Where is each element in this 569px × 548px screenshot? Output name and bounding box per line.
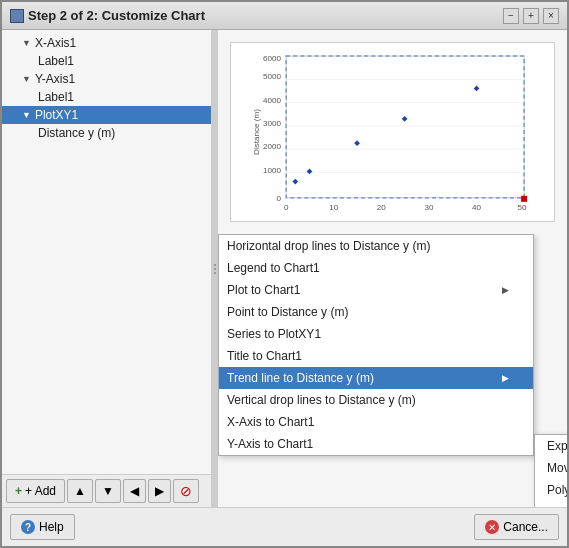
down-arrow-icon: ▼	[102, 484, 114, 498]
menu-item-label: Legend to Chart1	[227, 261, 320, 275]
svg-text:10: 10	[329, 203, 339, 212]
svg-rect-27	[521, 196, 527, 202]
up-arrow-icon: ▲	[74, 484, 86, 498]
delete-icon: ⊘	[180, 483, 192, 499]
tree-label: X-Axis1	[35, 36, 76, 50]
menu-item-trendline[interactable]: Trend line to Distance y (m) ▶	[219, 367, 533, 389]
svg-rect-0	[286, 56, 524, 198]
chart-container: 0 1000 2000 3000 4000 5000 6000 Distance…	[218, 30, 567, 234]
window-title: Step 2 of 2: Customize Chart	[28, 8, 205, 23]
tree-item-distance[interactable]: Distance y (m)	[2, 124, 211, 142]
menu-item-label: X-Axis to Chart1	[227, 415, 314, 429]
tree-item-plotxy1[interactable]: ▼ PlotXY1	[2, 106, 211, 124]
right-arrow-icon: ▶	[155, 484, 164, 498]
submenu-item-exp-smooth[interactable]: Exponentially smoothed curve	[535, 435, 567, 457]
resize-dot	[214, 264, 216, 266]
title-bar: Step 2 of 2: Customize Chart − + ×	[2, 2, 567, 30]
tree-toolbar: + + Add ▲ ▼ ◀ ▶ ⊘	[2, 474, 211, 507]
menu-item-label: Plot to Chart1	[227, 283, 300, 297]
help-icon: ?	[21, 520, 35, 534]
submenu-arrow-icon: ▶	[502, 373, 509, 383]
menu-item-label: Series to PlotXY1	[227, 327, 321, 341]
resize-dot	[214, 268, 216, 270]
tree-item-yaxis1[interactable]: ▼ Y-Axis1	[2, 70, 211, 88]
tree-item-label1-y[interactable]: Label1	[2, 88, 211, 106]
tree-item-label1-x[interactable]: Label1	[2, 52, 211, 70]
tree-area: ▼ X-Axis1 Label1 ▼ Y-Axis1 Label1 ▼ Plot…	[2, 30, 211, 474]
menu-item-plot[interactable]: Plot to Chart1 ▶	[219, 279, 533, 301]
help-button[interactable]: ? Help	[10, 514, 75, 540]
main-context-menu: Horizontal drop lines to Distance y (m) …	[218, 234, 534, 456]
chart-area: 0 1000 2000 3000 4000 5000 6000 Distance…	[230, 42, 555, 222]
add-label: + Add	[25, 484, 56, 498]
menu-item-label: Point to Distance y (m)	[227, 305, 348, 319]
left-arrow-icon: ◀	[130, 484, 139, 498]
tree-label: Label1	[38, 54, 74, 68]
svg-text:6000: 6000	[263, 54, 282, 63]
move-down-button[interactable]: ▼	[95, 479, 121, 503]
submenu-item-label: Polynomial	[547, 483, 567, 497]
menu-item-legend[interactable]: Legend to Chart1	[219, 257, 533, 279]
add-button[interactable]: + + Add	[6, 479, 65, 503]
tree-item-xaxis1[interactable]: ▼ X-Axis1	[2, 34, 211, 52]
cancel-label: Cance...	[503, 520, 548, 534]
submenu-item-label: Logarithmic	[547, 505, 567, 507]
svg-text:50: 50	[518, 203, 528, 212]
window-icon	[10, 9, 24, 23]
svg-text:5000: 5000	[263, 72, 282, 81]
svg-text:0: 0	[284, 203, 289, 212]
menu-item-label: Y-Axis to Chart1	[227, 437, 313, 451]
chart-svg: 0 1000 2000 3000 4000 5000 6000 Distance…	[239, 51, 546, 213]
main-window: Step 2 of 2: Customize Chart − + × ▼ X-A…	[0, 0, 569, 548]
menu-item-label: Title to Chart1	[227, 349, 302, 363]
tree-label: Distance y (m)	[38, 126, 115, 140]
submenu-item-logarithmic[interactable]: Logarithmic	[535, 501, 567, 507]
bottom-bar: ? Help ✕ Cance...	[2, 507, 567, 546]
resize-dots	[214, 264, 216, 274]
move-left-button[interactable]: ◀	[123, 479, 146, 503]
svg-text:30: 30	[424, 203, 434, 212]
tree-arrow: ▼	[22, 74, 31, 84]
svg-text:Distance (m): Distance (m)	[252, 109, 261, 155]
svg-text:1000: 1000	[263, 166, 282, 175]
menu-item-series[interactable]: Series to PlotXY1	[219, 323, 533, 345]
submenu-item-moving-avg[interactable]: Moving average	[535, 457, 567, 479]
close-button[interactable]: ×	[543, 8, 559, 24]
resize-dot	[214, 272, 216, 274]
menu-item-xaxis[interactable]: X-Axis to Chart1	[219, 411, 533, 433]
svg-text:4000: 4000	[263, 96, 282, 105]
submenu-item-label: Moving average	[547, 461, 567, 475]
submenu-arrow-icon: ▶	[502, 285, 509, 295]
menu-item-yaxis[interactable]: Y-Axis to Chart1	[219, 433, 533, 455]
tree-label: Y-Axis1	[35, 72, 75, 86]
left-panel: ▼ X-Axis1 Label1 ▼ Y-Axis1 Label1 ▼ Plot…	[2, 30, 212, 507]
menu-item-horizontal-drop[interactable]: Horizontal drop lines to Distance y (m)	[219, 235, 533, 257]
svg-text:0: 0	[277, 194, 282, 203]
main-content: ▼ X-Axis1 Label1 ▼ Y-Axis1 Label1 ▼ Plot…	[2, 30, 567, 507]
submenu-item-polynomial[interactable]: Polynomial	[535, 479, 567, 501]
move-up-button[interactable]: ▲	[67, 479, 93, 503]
menu-item-vertical-drop[interactable]: Vertical drop lines to Distance y (m)	[219, 389, 533, 411]
tree-label: Label1	[38, 90, 74, 104]
help-label: Help	[39, 520, 64, 534]
menu-area: Horizontal drop lines to Distance y (m) …	[218, 234, 567, 507]
cancel-icon: ✕	[485, 520, 499, 534]
svg-text:3000: 3000	[263, 119, 282, 128]
trendline-submenu: Exponentially smoothed curve Moving aver…	[534, 434, 567, 507]
cancel-button[interactable]: ✕ Cance...	[474, 514, 559, 540]
svg-text:Time (min): Time (min)	[385, 211, 424, 213]
menu-item-label: Trend line to Distance y (m)	[227, 371, 374, 385]
menu-item-title[interactable]: Title to Chart1	[219, 345, 533, 367]
svg-text:40: 40	[472, 203, 482, 212]
tree-arrow: ▼	[22, 38, 31, 48]
delete-button[interactable]: ⊘	[173, 479, 199, 503]
title-bar-buttons: − + ×	[503, 8, 559, 24]
submenu-item-label: Exponentially smoothed curve	[547, 439, 567, 453]
move-right-button[interactable]: ▶	[148, 479, 171, 503]
menu-item-label: Vertical drop lines to Distance y (m)	[227, 393, 416, 407]
plus-icon: +	[15, 484, 22, 498]
tree-arrow: ▼	[22, 110, 31, 120]
menu-item-point[interactable]: Point to Distance y (m)	[219, 301, 533, 323]
maximize-button[interactable]: +	[523, 8, 539, 24]
minimize-button[interactable]: −	[503, 8, 519, 24]
